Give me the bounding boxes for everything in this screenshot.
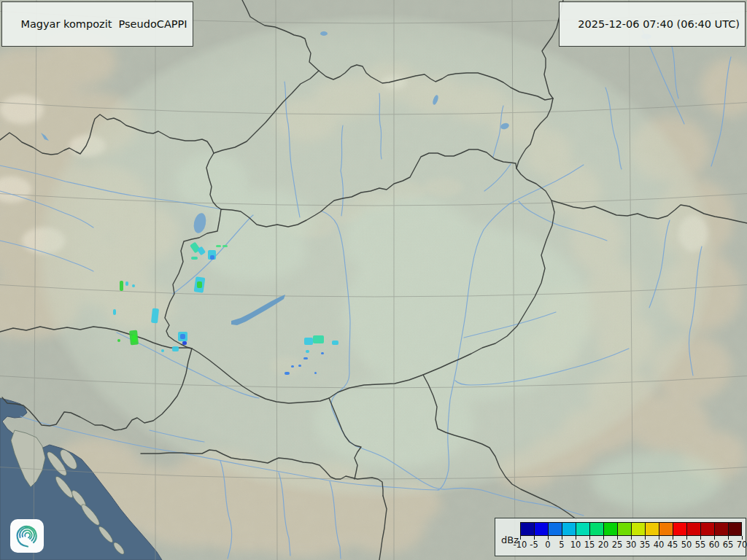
legend-color-cell — [576, 522, 589, 536]
legend-tick-label: 20 — [598, 540, 609, 550]
legend-tick-label: 0 — [545, 540, 550, 550]
legend-tick-label: 25 — [612, 540, 623, 550]
legend-color-cell — [603, 522, 617, 536]
legend-tick-label: 15 — [584, 540, 595, 550]
legend-tick-label: 65 — [723, 540, 734, 550]
dbz-legend: dBz -10-50510152025303540455055606570 — [495, 518, 746, 556]
legend-color-cell — [659, 522, 673, 536]
legend-tick-label: 55 — [695, 540, 706, 550]
legend-colorbar — [520, 522, 742, 536]
legend-color-cell — [534, 522, 548, 536]
legend-color-cell — [700, 522, 714, 536]
legend-color-cell — [631, 522, 645, 536]
terrain-speckle-texture — [0, 0, 747, 560]
legend-tick-label: 30 — [626, 540, 637, 550]
hungaromet-logo — [10, 519, 44, 553]
legend-tick-label: 10 — [570, 540, 581, 550]
legend-color-cell — [714, 522, 728, 536]
legend-color-cell — [520, 522, 534, 536]
legend-color-cell — [548, 522, 562, 536]
product-title: Magyar kompozit PseudoCAPPI — [20, 18, 187, 30]
legend-tick-label: 5 — [559, 540, 564, 550]
legend-color-cell — [645, 522, 659, 536]
legend-color-cell — [686, 522, 700, 536]
timestamp-box: 2025-12-06 07:40 (06:40 UTC) — [559, 1, 746, 47]
product-title-box: Magyar kompozit PseudoCAPPI — [1, 1, 193, 47]
radar-map-screen: Magyar kompozit PseudoCAPPI 2025-12-06 0… — [0, 0, 747, 560]
legend-tick-label: 40 — [654, 540, 665, 550]
legend-tick-label: -10 — [514, 540, 527, 550]
legend-tick-label: -5 — [530, 540, 538, 550]
legend-tick-label: 60 — [709, 540, 720, 550]
legend-tick-label: 70 — [737, 540, 747, 550]
base-map — [0, 0, 747, 560]
legend-color-cell — [562, 522, 576, 536]
timestamp: 2025-12-06 07:40 (06:40 UTC) — [578, 18, 740, 30]
legend-color-cell — [589, 522, 603, 536]
legend-color-cell — [617, 522, 631, 536]
legend-tick-label: 35 — [640, 540, 651, 550]
legend-tick-label: 50 — [681, 540, 692, 550]
legend-color-cell — [673, 522, 686, 536]
legend-tick-label: 45 — [667, 540, 678, 550]
legend-color-cell — [728, 522, 742, 536]
